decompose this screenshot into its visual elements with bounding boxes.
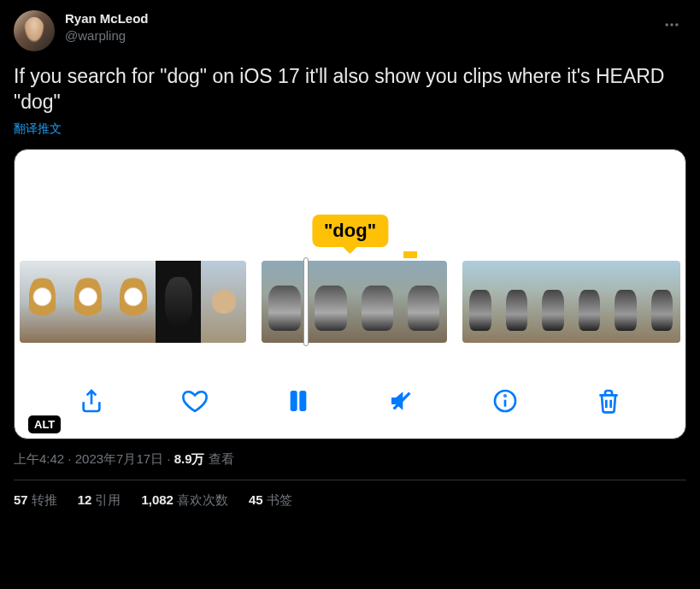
playhead[interactable] [303,257,309,346]
svg-rect-4 [301,392,305,409]
heart-icon[interactable] [179,386,210,416]
pause-icon[interactable] [283,386,314,416]
media-controls [15,386,685,416]
tweet-header: Ryan McLeod @warpling [14,10,686,51]
tweet-meta: 上午4:42 · 2023年7月17日 · 8.9万 查看 [14,451,686,468]
tweet-container: Ryan McLeod @warpling If you search for … [0,0,700,509]
svg-rect-3 [291,392,296,409]
media-attachment[interactable]: "dog" [14,149,686,439]
clip-group[interactable] [462,261,681,343]
tooltip-marker [403,251,417,258]
clip-frame [65,261,110,343]
views-label: 查看 [209,451,234,466]
handle: @warpling [65,27,149,44]
clip-group[interactable] [20,261,246,343]
clip-frame [262,261,308,343]
clip-frame [20,261,65,343]
clip-frame [354,261,400,343]
clip-group[interactable] [262,261,446,343]
tweet-text: If you search for "dog" on iOS 17 it'll … [14,63,686,115]
alt-badge[interactable]: ALT [28,415,61,433]
svg-point-1 [670,23,673,26]
mute-icon[interactable] [386,386,417,416]
timestamp[interactable]: 上午4:42 [14,451,64,466]
quotes-stat[interactable]: 12引用 [78,492,121,509]
more-options-button[interactable] [657,10,686,39]
clip-frame [462,261,499,343]
clip-frame [608,261,644,343]
clip-frame [644,261,680,343]
retweets-stat[interactable]: 57转推 [14,492,57,509]
svg-point-7 [504,395,505,396]
views-count: 8.9万 [174,451,205,466]
video-timeline[interactable] [15,261,685,343]
translate-link[interactable]: 翻译推文 [14,121,686,137]
engagement-stats: 57转推 12引用 1,082喜欢次数 45书签 [14,480,686,509]
svg-point-0 [666,23,668,26]
display-name: Ryan McLeod [65,10,149,27]
info-icon[interactable] [490,386,521,416]
avatar[interactable] [14,10,55,51]
trash-icon[interactable] [593,386,624,416]
clip-frame [571,261,608,343]
search-tooltip: "dog" [312,215,388,247]
clip-frame [156,261,201,343]
clip-frame [201,261,246,343]
bookmarks-stat[interactable]: 45书签 [249,492,292,509]
clip-frame [400,261,446,343]
clip-frame [535,261,572,343]
author-block[interactable]: Ryan McLeod @warpling [65,10,149,44]
svg-point-2 [675,23,678,26]
clip-frame [498,261,535,343]
share-icon[interactable] [76,386,107,416]
likes-stat[interactable]: 1,082喜欢次数 [141,492,228,509]
clip-frame [308,261,354,343]
date[interactable]: 2023年7月17日 [75,451,163,466]
clip-frame [110,261,156,343]
